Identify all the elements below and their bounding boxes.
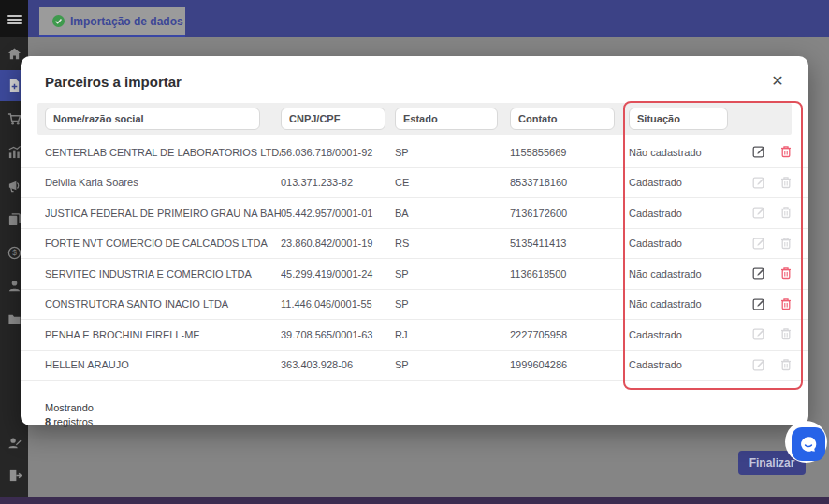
cell-situacao: Não cadastrado	[629, 147, 750, 158]
cell-estado: SP	[395, 298, 510, 310]
filter-situacao-input[interactable]	[629, 108, 728, 130]
delete-icon	[778, 357, 793, 373]
cell-actions	[750, 296, 808, 312]
delete-icon	[778, 175, 793, 191]
cell-contato: 2227705958	[510, 329, 629, 340]
cell-name: JUSTICA FEDERAL DE PRIMEIRO GRAU NA BAHI…	[45, 208, 281, 219]
cell-cnpj: 56.036.718/0001-92	[281, 147, 395, 158]
cell-cnpj: 11.446.046/0001-55	[281, 298, 395, 310]
delete-icon[interactable]	[778, 144, 793, 160]
delete-icon	[778, 326, 793, 342]
cell-situacao: Cadastrado	[629, 208, 750, 219]
cell-contato: 1136618500	[510, 268, 629, 280]
cell-estado: SP	[395, 268, 510, 280]
logout-icon[interactable]	[0, 461, 28, 489]
check-circle-icon	[52, 15, 65, 27]
cell-name: PENHA E BROCHINI EIRELI -ME	[45, 329, 281, 340]
cell-name: SERVITEC INDUSTRIA E COMERCIO LTDA	[45, 268, 281, 280]
cell-contato: 1155855669	[510, 147, 629, 158]
table-row: HELLEN ARAUJO 363.403.928-06 SP 19996042…	[21, 351, 808, 382]
filter-cnpj-input[interactable]	[281, 108, 385, 130]
chat-bubble-icon[interactable]	[792, 427, 825, 461]
cell-situacao: Não cadastrado	[629, 268, 750, 280]
records-count: Mostrando 8 registros	[45, 401, 94, 429]
cell-actions	[750, 326, 808, 342]
cell-estado: CE	[395, 177, 510, 188]
edit-icon[interactable]	[750, 144, 766, 160]
cell-estado: SP	[395, 359, 510, 370]
cell-actions	[750, 144, 808, 160]
svg-text:$: $	[12, 248, 17, 257]
tab-importacao-de-dados[interactable]: Importação de dados	[39, 7, 185, 37]
cell-name: FORTE NVT COMERCIO DE CALCADOS LTDA	[45, 238, 281, 249]
cell-contato: 7136172600	[510, 208, 629, 219]
table-row: PENHA E BROCHINI EIRELI -ME 39.708.565/0…	[21, 320, 808, 351]
close-icon[interactable]: ✕	[765, 68, 790, 93]
modal-title: Parceiros a importar	[45, 74, 182, 90]
cell-contato: 1999604286	[510, 359, 629, 370]
edit-icon	[750, 236, 766, 252]
table-row: CENTERLAB CENTRAL DE LABORATORIOS LTDA 5…	[21, 137, 808, 168]
cell-actions	[750, 266, 808, 281]
cell-actions	[750, 175, 808, 191]
cell-estado: SP	[395, 147, 510, 158]
delete-icon[interactable]	[778, 266, 793, 281]
tab-label: Importação de dados	[70, 15, 183, 28]
parceiros-modal: Parceiros a importar ✕ CENTERLAB CENTRAL…	[21, 56, 808, 425]
table-row: SERVITEC INDUSTRIA E COMERCIO LTDA 45.29…	[21, 259, 808, 290]
table-row: JUSTICA FEDERAL DE PRIMEIRO GRAU NA BAHI…	[21, 198, 808, 229]
cell-actions	[750, 236, 808, 252]
cell-contato: 5135411413	[510, 238, 629, 249]
cell-name: CENTERLAB CENTRAL DE LABORATORIOS LTDA	[45, 147, 281, 158]
edit-icon[interactable]	[750, 266, 766, 281]
cell-cnpj: 013.371.233-82	[281, 177, 395, 188]
cell-name: CONSTRUTORA SANTO INACIO LTDA	[45, 298, 281, 310]
cell-name: Deivila Karla Soares	[45, 177, 281, 188]
delete-icon	[778, 236, 793, 252]
delete-icon	[778, 205, 793, 221]
cell-actions	[750, 205, 808, 221]
table-row: FORTE NVT COMERCIO DE CALCADOS LTDA 23.8…	[21, 229, 808, 260]
cell-estado: RS	[395, 238, 510, 249]
cell-cnpj: 363.403.928-06	[281, 359, 395, 370]
cell-situacao: Cadastrado	[629, 238, 750, 249]
edit-icon[interactable]	[750, 296, 766, 312]
table-body: CENTERLAB CENTRAL DE LABORATORIOS LTDA 5…	[21, 137, 808, 381]
cell-cnpj: 39.708.565/0001-63	[281, 329, 395, 340]
filter-contato-input[interactable]	[510, 108, 615, 130]
bottom-edge	[0, 497, 829, 504]
cell-cnpj: 45.299.419/0001-24	[281, 268, 395, 280]
menu-icon[interactable]	[0, 6, 28, 34]
filter-estado-input[interactable]	[395, 108, 498, 130]
cell-estado: BA	[395, 208, 510, 219]
table-row: CONSTRUTORA SANTO INACIO LTDA 11.446.046…	[21, 290, 808, 321]
cell-estado: RJ	[395, 329, 510, 340]
edit-icon	[750, 357, 766, 373]
support-icon[interactable]	[0, 428, 28, 456]
cell-contato: 8533718160	[510, 177, 629, 188]
edit-icon	[750, 326, 766, 342]
cell-cnpj: 23.860.842/0001-19	[281, 238, 395, 249]
filter-name-input[interactable]	[45, 108, 260, 130]
header-bar: Importação de dados	[28, 0, 829, 37]
cell-name: HELLEN ARAUJO	[45, 359, 281, 370]
edit-icon	[750, 205, 766, 221]
edit-icon	[750, 175, 766, 191]
cell-situacao: Cadastrado	[629, 329, 750, 340]
cell-situacao: Não cadastrado	[629, 298, 750, 310]
cell-situacao: Cadastrado	[629, 359, 750, 370]
cell-cnpj: 05.442.957/0001-01	[281, 208, 395, 219]
delete-icon[interactable]	[778, 296, 793, 312]
partners-table: CENTERLAB CENTRAL DE LABORATORIOS LTDA 5…	[21, 103, 808, 381]
table-filter-row	[37, 103, 792, 135]
cell-situacao: Cadastrado	[629, 177, 750, 188]
table-row: Deivila Karla Soares 013.371.233-82 CE 8…	[21, 168, 808, 199]
cell-actions	[750, 357, 808, 373]
